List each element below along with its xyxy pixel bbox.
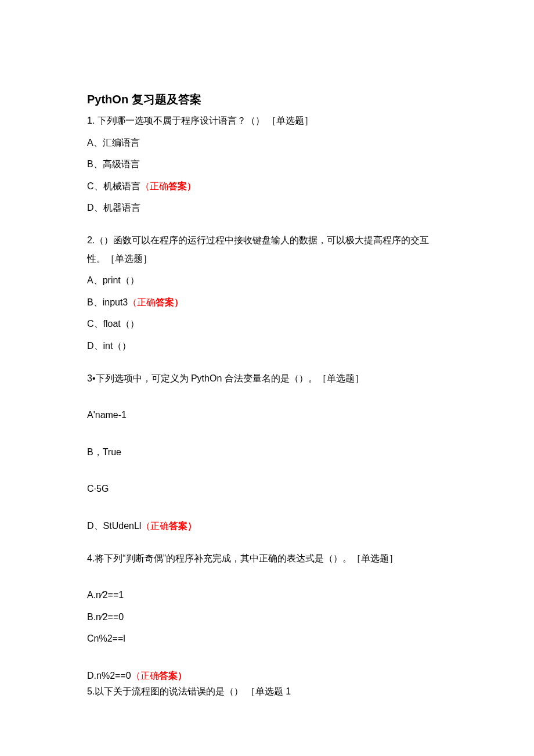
option-text: D、StUdenLl: [87, 521, 141, 531]
question-2-option-c: C、float（）: [87, 316, 447, 332]
question-3-option-a: A'name-1: [87, 408, 447, 423]
option-text: D.n%2==0: [87, 671, 131, 681]
question-2-stem-line1: 2.（）函数可以在程序的运行过程中接收键盘输人的数据，可以极大提高程序的交互: [87, 233, 447, 248]
correct-answer-marker: （正确答案）: [141, 521, 197, 531]
option-text: B、input3: [87, 297, 128, 307]
question-2-option-a: A、print（）: [87, 273, 447, 288]
question-1-option-d: D、机器语言: [87, 200, 447, 215]
correct-answer-marker: （正确答案）: [131, 671, 187, 681]
question-2-stem-line2: 性。［单选题］: [87, 251, 447, 267]
question-1-option-c: C、机械语言（正确答案）: [87, 179, 447, 194]
question-3-option-d: D、StUdenLl（正确答案）: [87, 519, 447, 534]
question-4-option-d: D.n%2==0（正确答案）: [87, 668, 447, 683]
question-3-option-c: C·5G: [87, 481, 447, 496]
question-5-stem: 5.以下关于流程图的说法错误的是（） ［单选题 1: [87, 684, 447, 699]
question-2-option-d: D、int（）: [87, 339, 447, 354]
question-1-stem: 1. 下列哪一选项不属于程序设计语言？（） ［单选题］: [87, 113, 447, 128]
question-4-stem: 4.将下列“判断奇偶”的程序补充完成，其中正确的表达式是（）。［单选题］: [87, 551, 447, 566]
question-4-option-b: B.n⁄2==0: [87, 610, 447, 625]
question-3-option-b: B，True: [87, 445, 447, 460]
question-1-option-a: A、汇编语言: [87, 135, 447, 150]
document-page: PythOn 复习题及答案 1. 下列哪一选项不属于程序设计语言？（） ［单选题…: [0, 0, 534, 756]
correct-answer-marker: （正确答案）: [140, 181, 196, 191]
option-text: C、机械语言: [87, 181, 140, 191]
document-title: PythOn 复习题及答案: [87, 90, 447, 109]
question-1-option-b: B、高级语言: [87, 157, 447, 172]
correct-answer-marker: （正确答案）: [128, 297, 183, 307]
question-3-stem: 3•下列选项中，可定义为 PythOn 合法变量名的是（）。［单选题］: [87, 371, 447, 386]
question-4-option-c: Cn%2==l: [87, 631, 447, 646]
question-4-option-a: A.n⁄2==1: [87, 588, 447, 603]
question-2-option-b: B、input3（正确答案）: [87, 295, 447, 310]
